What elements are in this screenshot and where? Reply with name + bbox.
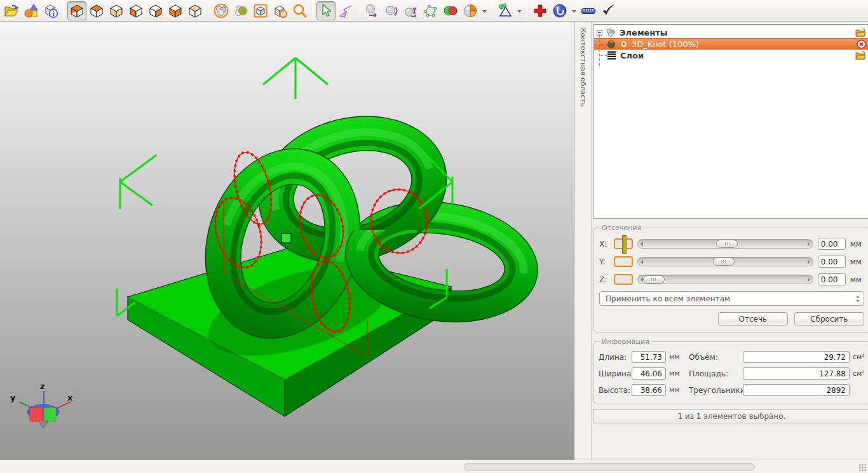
zoom-button[interactable]: [290, 1, 309, 20]
view-bottom-button[interactable]: [107, 1, 126, 20]
axis-label-y: y: [10, 393, 16, 402]
delete-part-icon[interactable]: [857, 39, 866, 49]
open-folder-icon[interactable]: [855, 51, 866, 60]
slice-part-button[interactable]: [550, 1, 569, 20]
view-isometric-button[interactable]: [67, 1, 86, 20]
triangles-value[interactable]: [743, 384, 850, 396]
rotate-part-button[interactable]: [382, 1, 401, 20]
view-isometric-icon: [69, 3, 85, 18]
clip-y-label: Y:: [599, 257, 609, 266]
clip-z-slider[interactable]: [637, 275, 813, 284]
height-value[interactable]: [632, 384, 666, 396]
selection-status-bar[interactable]: 1 из 1 элементов выбрано.: [593, 409, 868, 423]
view-right-button[interactable]: [146, 1, 165, 20]
element-tree: Элементы 3D_Knot (100%) Слои: [593, 24, 868, 219]
reset-button[interactable]: Сбросить: [794, 312, 864, 326]
move-part-button[interactable]: [362, 1, 381, 20]
clip-x-value[interactable]: [818, 238, 846, 250]
part-info-button[interactable]: [41, 1, 60, 20]
view-left-button[interactable]: [126, 1, 146, 20]
clipping-group: Отсечения X: мм Y:: [593, 224, 868, 332]
tree-row-part[interactable]: 3D_Knot (100%): [594, 38, 868, 50]
add-primitive-button[interactable]: [22, 1, 41, 20]
tree-connector: [599, 44, 607, 45]
pie-cut-button[interactable]: [461, 1, 480, 20]
cursor-select-button[interactable]: [316, 1, 336, 20]
slider-right-arrow[interactable]: [808, 259, 810, 264]
length-value[interactable]: [632, 351, 666, 363]
repair-menu-dropdown[interactable]: [515, 1, 524, 20]
visibility-eye-icon[interactable]: [620, 40, 628, 48]
main-toolbar: [0, 0, 868, 22]
clip-plane-x-toggle[interactable]: [614, 238, 633, 249]
axis-label-x: x: [67, 393, 73, 402]
spinner-arrows[interactable]: [853, 292, 863, 305]
measure-icon: [581, 3, 596, 18]
view-front-button[interactable]: [166, 1, 185, 20]
clip-x-slider-thumb[interactable]: [716, 240, 738, 248]
clip-x-label: X:: [599, 240, 609, 249]
selection-status-text: 1 из 1 элементов выбрано.: [677, 412, 785, 421]
view-front-icon: [168, 3, 183, 18]
3d-scene: y z x: [0, 22, 574, 460]
info-group-title: Информация: [600, 338, 651, 346]
clip-y-value[interactable]: [818, 256, 846, 268]
select-all-parts-button[interactable]: [212, 1, 231, 20]
context-area-tab[interactable]: Контекстная область: [574, 22, 592, 460]
clip-y-unit: мм: [850, 257, 864, 266]
area-value[interactable]: [743, 367, 850, 380]
toolbar-separator: [64, 3, 64, 18]
pie-cut-icon: [463, 3, 478, 18]
cut-button[interactable]: Отсечь: [718, 312, 788, 326]
tree-row-elements[interactable]: Элементы: [594, 27, 868, 38]
toolbar-separator: [208, 3, 208, 18]
pivot-handle[interactable]: [281, 233, 291, 243]
open-folder-icon[interactable]: [855, 28, 866, 37]
clip-y-slider-thumb[interactable]: [713, 257, 735, 266]
boolean-operation-button[interactable]: [441, 1, 460, 20]
progress-bar: [464, 463, 755, 471]
clip-z-value[interactable]: [818, 273, 846, 285]
slider-right-arrow[interactable]: [808, 242, 810, 247]
info-grid: Длина: мм Объём: см³ Ширина: мм Площадь:…: [599, 351, 865, 396]
chevron-down-icon: [517, 3, 522, 18]
resize-grip[interactable]: [858, 463, 867, 472]
polygon-cut-button[interactable]: [421, 1, 440, 20]
slider-right-arrow[interactable]: [808, 277, 810, 282]
tree-row-layers[interactable]: Слои: [594, 50, 868, 61]
auto-repair-button[interactable]: [496, 1, 515, 20]
view-top-button[interactable]: [87, 1, 106, 20]
chevron-down-icon: [482, 3, 487, 18]
open-file-button[interactable]: [2, 1, 21, 20]
boolean-operation-icon: [443, 3, 458, 18]
show-bounding-box-button[interactable]: [251, 1, 270, 20]
flip-triangles-button[interactable]: [336, 1, 355, 20]
apply-check-button[interactable]: [599, 1, 618, 20]
slider-left-arrow[interactable]: [641, 242, 643, 247]
add-part-button[interactable]: [531, 1, 550, 20]
volume-value[interactable]: [743, 351, 850, 363]
viewport-3d[interactable]: y z x: [0, 22, 574, 460]
axis-label-z: z: [40, 381, 45, 391]
cut-menu-dropdown[interactable]: [480, 1, 489, 20]
area-unit: см²: [853, 369, 865, 378]
clip-plane-y-toggle[interactable]: [614, 256, 633, 267]
clip-z-slider-thumb[interactable]: [643, 275, 665, 284]
scale-part-button[interactable]: [402, 1, 421, 20]
clip-y-slider[interactable]: [637, 257, 813, 266]
clip-plane-z-toggle[interactable]: [614, 274, 633, 285]
slider-left-arrow[interactable]: [641, 259, 643, 264]
clip-x-slider[interactable]: [637, 239, 813, 249]
apply-scope-select[interactable]: Применить ко всем элементам: [599, 291, 864, 306]
info-group: Информация Длина: мм Объём: см³ Ширина: …: [593, 338, 868, 404]
measure-button[interactable]: [579, 1, 598, 20]
width-value[interactable]: [632, 367, 666, 380]
clip-z-label: Z:: [599, 275, 609, 284]
polygon-cut-icon: [423, 3, 438, 18]
view-back-button[interactable]: [186, 1, 205, 20]
layers-icon: [607, 51, 616, 60]
select-part-button[interactable]: [231, 1, 250, 20]
zoom-to-part-button[interactable]: [271, 1, 290, 20]
height-label: Высота:: [599, 386, 628, 395]
slice-menu-dropdown[interactable]: [570, 1, 578, 20]
